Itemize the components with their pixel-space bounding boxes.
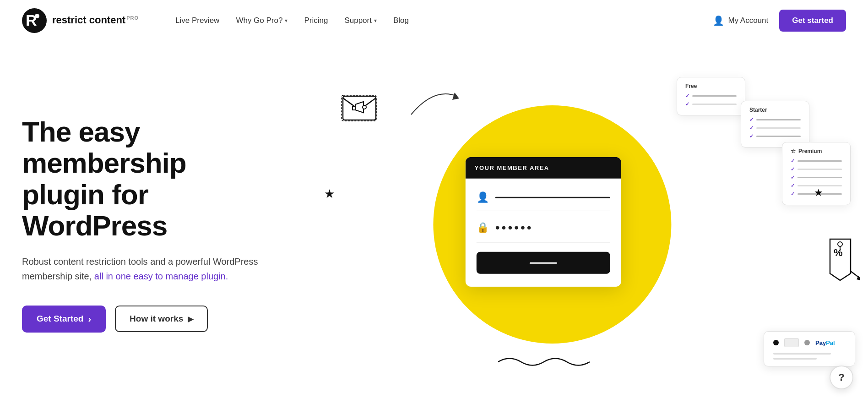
checkmark-icon: ✓: [749, 117, 754, 123]
hero-illustration: YOUR MEMBER AREA 👤 🔒 •••••• Free: [297, 69, 846, 380]
svg-marker-3: [452, 93, 459, 100]
chevron-down-icon-support: ▾: [374, 17, 377, 24]
paypal-line-1: [773, 353, 831, 355]
help-button[interactable]: ?: [830, 366, 853, 389]
login-btn-line: [530, 262, 557, 263]
arrow-curve-decoration: [407, 82, 461, 119]
envelope-illustration: [341, 87, 382, 128]
free-card-inner: Free ✓ ✓: [677, 77, 745, 115]
checkmark-icon: ✓: [791, 158, 795, 164]
logo-link[interactable]: R restrict contentPRO: [22, 8, 139, 33]
my-account-link[interactable]: 👤 My Account: [713, 15, 768, 26]
username-field: 👤: [477, 191, 610, 211]
logo-icon: R: [22, 8, 47, 33]
nav-links: Live Preview Why Go Pro? ▾ Pricing Suppo…: [175, 16, 713, 25]
password-field: 🔒 ••••••: [477, 220, 610, 243]
card-dot-icon: [773, 340, 779, 345]
checkmark-icon: ✓: [791, 191, 795, 197]
card-dot-icon-2: [804, 340, 810, 345]
paypal-logo: PayPal: [815, 339, 835, 346]
hero-title: The easy membership plugin for WordPress: [22, 116, 269, 241]
premium-check-2: ✓: [791, 166, 842, 172]
hero-section: The easy membership plugin for WordPress…: [0, 41, 868, 399]
svg-text:R: R: [26, 11, 37, 29]
hero-buttons: Get Started › How it works ▶: [22, 306, 269, 333]
paypal-lines: [773, 353, 846, 360]
hero-subtitle: Robust content restriction tools and a p…: [22, 254, 260, 284]
member-area-body: 👤 🔒 ••••••: [466, 179, 621, 287]
starter-check-3: ✓: [749, 133, 801, 139]
discount-tag-illustration: %: [821, 237, 860, 284]
checkmark-icon: ✓: [749, 125, 754, 131]
premium-card-title: ☆ Premium: [791, 148, 842, 154]
nav-right: 👤 My Account Get started: [713, 10, 846, 32]
starter-card-title: Starter: [749, 107, 801, 113]
nav-get-started-button[interactable]: Get started: [779, 10, 846, 32]
nav-why-go-pro[interactable]: Why Go Pro? ▾: [236, 16, 288, 25]
premium-check-1: ✓: [791, 158, 842, 164]
nav-support[interactable]: Support ▾: [344, 16, 377, 25]
starter-check-1: ✓: [749, 117, 801, 123]
member-area-card: YOUR MEMBER AREA 👤 🔒 ••••••: [466, 157, 621, 287]
logo-text: restrict contentPRO: [52, 15, 139, 26]
nav-pricing[interactable]: Pricing: [304, 16, 328, 25]
hero-left: The easy membership plugin for WordPress…: [22, 116, 297, 333]
user-field-icon: 👤: [477, 191, 489, 203]
password-dots: ••••••: [495, 220, 533, 235]
checkmark-icon: ✓: [685, 93, 689, 99]
nav-live-preview[interactable]: Live Preview: [175, 16, 219, 25]
checkmark-icon: ✓: [685, 101, 689, 107]
get-started-button[interactable]: Get Started ›: [22, 306, 106, 333]
member-area-header: YOUR MEMBER AREA: [466, 157, 621, 179]
checkmark-icon: ✓: [791, 183, 795, 189]
starter-card-inner: Starter ✓ ✓ ✓: [741, 101, 809, 147]
svg-point-5: [363, 105, 366, 109]
starter-pricing-card: Starter ✓ ✓ ✓: [741, 101, 809, 147]
star-icon: ☆: [791, 148, 796, 154]
wavy-line-decoration: [498, 353, 590, 371]
svg-point-2: [35, 14, 39, 18]
free-card-title: Free: [685, 83, 737, 89]
account-icon: 👤: [713, 15, 724, 26]
paypal-top: PayPal: [773, 338, 846, 347]
login-button[interactable]: [477, 252, 610, 274]
subtitle-link[interactable]: all in one easy to manage plugin.: [94, 271, 228, 281]
username-line: [495, 197, 610, 198]
starter-check-2: ✓: [749, 125, 801, 131]
free-pricing-card: Free ✓ ✓: [677, 77, 745, 115]
credit-card-icon: [784, 338, 799, 347]
navbar: R restrict contentPRO Live Preview Why G…: [0, 0, 868, 41]
free-check-2: ✓: [685, 101, 737, 107]
lock-field-icon: 🔒: [477, 222, 489, 234]
paypal-card: PayPal: [764, 331, 855, 366]
svg-text:%: %: [834, 247, 843, 258]
question-mark-icon: ?: [838, 371, 844, 383]
chevron-down-icon: ▾: [285, 17, 288, 24]
arrow-right-icon: ›: [88, 314, 91, 324]
nav-blog[interactable]: Blog: [393, 16, 409, 25]
star-decoration-1: ★: [324, 187, 335, 201]
checkmark-icon: ✓: [791, 166, 795, 172]
star-decoration-2: ★: [814, 187, 823, 199]
checkmark-icon: ✓: [749, 133, 754, 139]
how-it-works-button[interactable]: How it works ▶: [115, 306, 208, 332]
paypal-line-2: [773, 358, 817, 360]
premium-check-3: ✓: [791, 175, 842, 180]
free-check-1: ✓: [685, 93, 737, 99]
play-icon: ▶: [188, 315, 193, 323]
svg-point-8: [838, 242, 842, 246]
checkmark-icon: ✓: [791, 175, 795, 180]
